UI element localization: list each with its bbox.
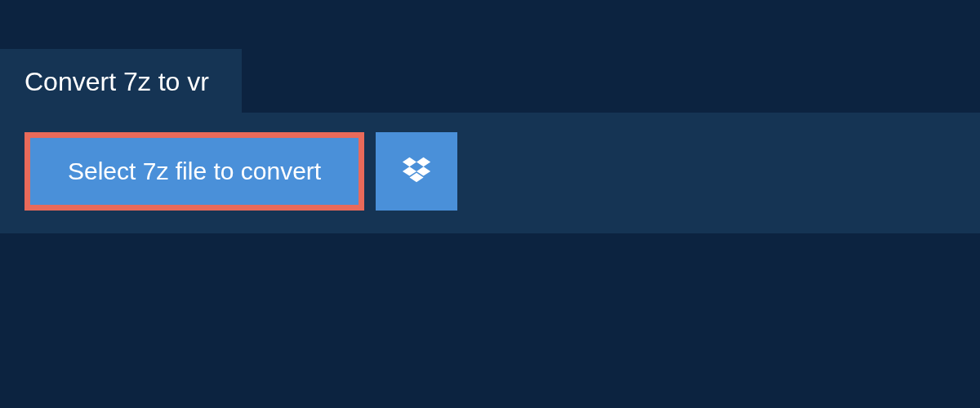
svg-marker-0: [403, 157, 416, 166]
dropbox-button[interactable]: [376, 132, 457, 211]
select-file-label: Select 7z file to convert: [68, 157, 321, 185]
tab-label: Convert 7z to vr: [24, 67, 209, 96]
upload-panel: Select 7z file to convert: [0, 113, 980, 233]
dropbox-icon: [401, 154, 432, 188]
select-file-button[interactable]: Select 7z file to convert: [24, 132, 364, 211]
tab-convert[interactable]: Convert 7z to vr: [0, 49, 242, 115]
svg-marker-1: [416, 157, 430, 166]
